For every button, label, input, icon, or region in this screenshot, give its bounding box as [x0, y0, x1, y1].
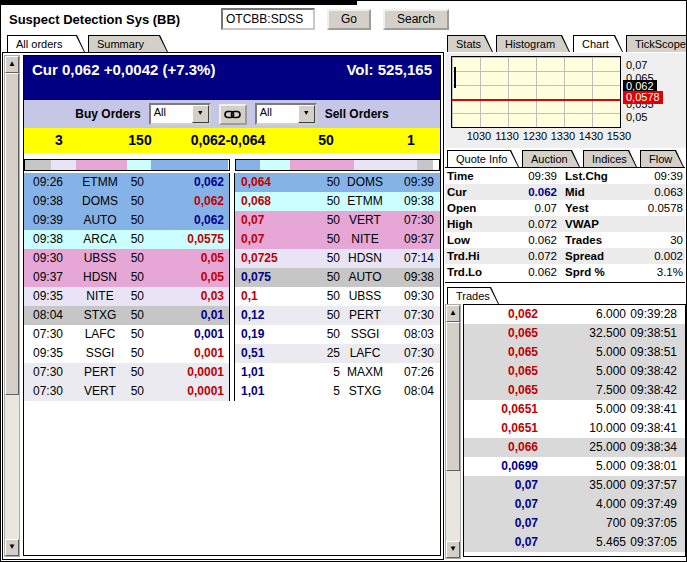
scrollbar-thumb[interactable] — [446, 322, 460, 471]
tab-flow[interactable]: Flow — [640, 150, 684, 167]
tab-tickscope[interactable]: TickScope — [626, 35, 687, 52]
quote-value: 0.072 — [497, 216, 559, 232]
book-row: 09:39AUTO500,0620,0750VERT07:30 — [24, 211, 440, 230]
book-row-buy[interactable]: 07:30VERT500,0001 — [24, 382, 229, 401]
chevron-down-icon[interactable]: ▼ — [298, 105, 315, 123]
trade-size: 5.000 — [538, 457, 626, 476]
buy-price: 0,01 — [172, 306, 229, 325]
book-row-sell[interactable]: 0,1950SSGI08:03 — [235, 325, 440, 344]
sell-size: 50 — [303, 249, 340, 268]
buy-size: 50 — [127, 325, 172, 344]
sell-orders-label: Sell Orders — [325, 107, 389, 121]
book-row-sell[interactable]: 0,06850ETMM09:38 — [235, 192, 440, 211]
scrollbar-track[interactable] — [5, 395, 19, 539]
tab-quote-info[interactable]: Quote Info — [447, 150, 519, 167]
tab-trades-label: Trades — [448, 288, 498, 304]
sell-price: 0,19 — [235, 325, 303, 344]
chevron-down-icon[interactable]: ▼ — [192, 105, 209, 123]
buy-market-maker: SSGI — [73, 344, 127, 363]
sell-mm-count: 1 — [382, 128, 440, 153]
tab-trades[interactable]: Trades — [447, 287, 499, 304]
depth-strip — [24, 159, 440, 171]
sell-price: 0,064 — [235, 173, 303, 192]
book-row-buy[interactable]: 09:35SSGI500,001 — [24, 344, 229, 363]
book-row-sell[interactable]: 0,072550HDSN07:14 — [235, 249, 440, 268]
book-row-buy[interactable]: 09:37HDSN500,05 — [24, 268, 229, 287]
buy-mm-count: 3 — [24, 128, 94, 153]
book-row-sell[interactable]: 1,015STXG08:04 — [235, 382, 440, 401]
buy-time: 08:04 — [24, 306, 73, 325]
order-filter-bar: Buy Orders All ▼ All ▼ Sell Orders — [24, 100, 440, 128]
scroll-up-icon[interactable]: ▲ — [446, 305, 460, 322]
trade-row: 0,074.00009:37:49 — [464, 495, 685, 514]
book-row-buy[interactable]: 07:30LAFC500,001 — [24, 325, 229, 344]
sell-size: 50 — [303, 306, 340, 325]
sell-time: 07:30 — [390, 211, 440, 230]
order-book-scrollbar[interactable]: ▲ ▼ — [4, 55, 20, 555]
sell-time: 09:38 — [390, 268, 440, 287]
book-row: 09:38ARCA500,05750,0750NITE09:37 — [24, 230, 440, 249]
link-icon — [224, 109, 241, 120]
book-row-sell[interactable]: 1,015MAXM07:26 — [235, 363, 440, 382]
trade-size: 35.000 — [538, 476, 626, 495]
tab-histogram-label: Histogram — [497, 36, 569, 52]
buy-market-maker: AUTO — [73, 211, 127, 230]
scroll-down-icon[interactable]: ▼ — [5, 539, 19, 556]
buy-market-maker: NITE — [73, 287, 127, 306]
trades-scrollbar[interactable]: ▲ ▼ — [445, 304, 461, 557]
book-row-buy[interactable]: 08:04STXG500,01 — [24, 306, 229, 325]
book-row-buy[interactable]: 09:26ETMM500,062 — [24, 173, 229, 192]
book-row-sell[interactable]: 0,06450DOMS09:39 — [235, 173, 440, 192]
sell-size: 5 — [303, 363, 340, 382]
tab-all-orders-label: All orders — [8, 36, 84, 52]
book-row-buy[interactable]: 09:30UBSS500,05 — [24, 249, 229, 268]
trade-size: 32.500 — [538, 324, 626, 343]
chart-y-axis: 0,070,0650,0620,05780,0550,05 — [623, 56, 683, 126]
book-row-buy[interactable]: 09:38DOMS500,062 — [24, 192, 229, 211]
scrollbar-track[interactable] — [446, 471, 460, 541]
book-row-sell[interactable]: 0,150UBSS09:30 — [235, 287, 440, 306]
book-row-sell[interactable]: 0,0750VERT07:30 — [235, 211, 440, 230]
order-book-panel: ▲ ▼ Cur 0,062 +0,0042 (+7.3%) Vol: 525,1… — [2, 52, 444, 560]
tab-chart[interactable]: Chart — [573, 35, 623, 52]
book-row-buy[interactable]: 07:30PERT500,0001 — [24, 363, 229, 382]
book-row-sell[interactable]: 0,1250PERT07:30 — [235, 306, 440, 325]
book-row-buy[interactable]: 09:35NITE500,03 — [24, 287, 229, 306]
quote-value — [623, 216, 685, 232]
reference-line — [452, 99, 620, 101]
book-row-buy[interactable]: 09:38ARCA500,0575 — [24, 230, 229, 249]
buy-time: 07:30 — [24, 382, 73, 401]
book-row-sell[interactable]: 0,07550AUTO09:38 — [235, 268, 440, 287]
scrollbar-thumb[interactable] — [5, 73, 19, 395]
tab-all-orders[interactable]: All orders — [7, 35, 85, 52]
sell-filter-dropdown[interactable]: All ▼ — [255, 103, 317, 125]
book-row-buy[interactable]: 09:39AUTO500,062 — [24, 211, 229, 230]
quote-tab-bar: Quote Info Auction Indices Flow — [447, 150, 684, 167]
ticker-input[interactable] — [221, 8, 315, 30]
quote-info-row: Open0.07Yest0.0578 — [445, 200, 685, 216]
book-row-sell[interactable]: 0,5125LAFC07:30 — [235, 344, 440, 363]
sell-price: 0,068 — [235, 192, 303, 211]
tab-summary[interactable]: Summary — [88, 35, 168, 52]
search-button[interactable]: Search — [383, 9, 449, 30]
go-button[interactable]: Go — [327, 9, 371, 30]
buy-price: 0,062 — [172, 173, 229, 192]
buy-size: 50 — [127, 211, 172, 230]
scroll-up-icon[interactable]: ▲ — [5, 56, 19, 73]
buy-time: 09:37 — [24, 268, 73, 287]
quote-label: Mid — [559, 184, 623, 200]
buy-filter-dropdown[interactable]: All ▼ — [149, 103, 211, 125]
book-row: 07:30PERT500,00011,015MAXM07:26 — [24, 363, 440, 382]
depth-strip-buy — [24, 159, 230, 171]
sell-time: 09:37 — [390, 230, 440, 249]
tab-stats[interactable]: Stats — [447, 35, 493, 52]
buy-price: 0,03 — [172, 287, 229, 306]
link-filters-button[interactable] — [219, 104, 247, 125]
book-row-sell[interactable]: 0,0750NITE09:37 — [235, 230, 440, 249]
scroll-down-icon[interactable]: ▼ — [446, 541, 460, 558]
tab-histogram[interactable]: Histogram — [496, 35, 570, 52]
buy-price: 0,0001 — [172, 363, 229, 382]
tab-auction[interactable]: Auction — [522, 150, 580, 167]
tab-indices[interactable]: Indices — [583, 150, 637, 167]
trade-price: 0,0651 — [464, 400, 538, 419]
